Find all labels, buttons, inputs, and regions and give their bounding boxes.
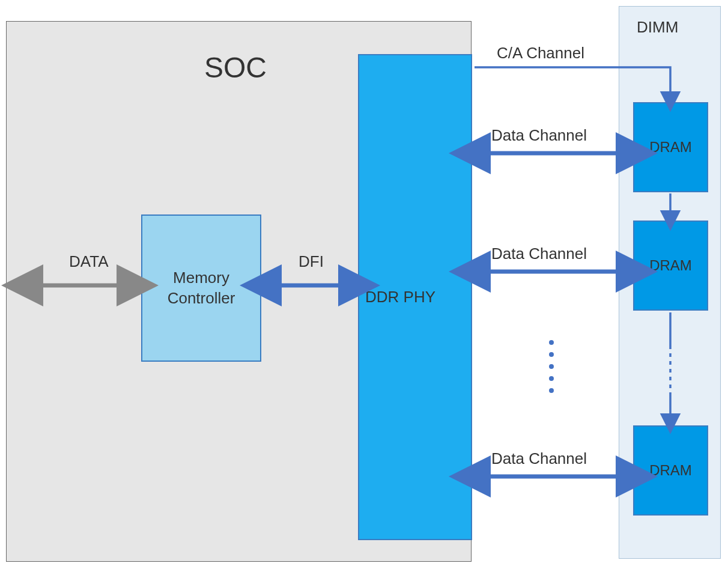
memory-controller-label: Memory Controller (168, 268, 235, 309)
dram-block-2: DRAM (633, 221, 708, 311)
dimm-title: DIMM (637, 18, 678, 37)
data-channel-3-arrow-icon (473, 467, 633, 485)
dfi-label: DFI (299, 252, 324, 271)
ddr-phy-label: DDR PHY (365, 288, 435, 306)
data-channel-2-arrow-icon (473, 263, 633, 281)
dfi-arrow-icon (264, 276, 356, 294)
svg-point-11 (549, 364, 554, 369)
svg-point-12 (549, 376, 554, 381)
data-channel-label-1: Data Channel (491, 126, 587, 145)
dram-label: DRAM (649, 462, 692, 479)
dram-label: DRAM (649, 257, 692, 274)
memory-controller-block: Memory Controller (141, 214, 261, 362)
svg-point-9 (549, 340, 554, 345)
soc-title: SOC (204, 51, 267, 84)
ca-channel-arrow-icon (473, 60, 690, 108)
data-arrow-icon (26, 276, 134, 294)
data-label: DATA (69, 252, 108, 271)
data-channel-label-3: Data Channel (491, 449, 587, 468)
data-channel-label-2: Data Channel (491, 245, 587, 263)
ddr-phy-block: DDR PHY (358, 54, 472, 540)
ellipsis-dots-icon (545, 333, 563, 406)
svg-point-10 (549, 352, 554, 357)
dram-label: DRAM (649, 139, 692, 156)
ca-link-dashed-icon (666, 312, 684, 424)
dram-block-1: DRAM (633, 102, 708, 192)
ca-link-1-2-icon (666, 193, 684, 224)
dram-block-3: DRAM (633, 425, 708, 516)
data-channel-1-arrow-icon (473, 144, 633, 162)
svg-point-13 (549, 388, 554, 393)
